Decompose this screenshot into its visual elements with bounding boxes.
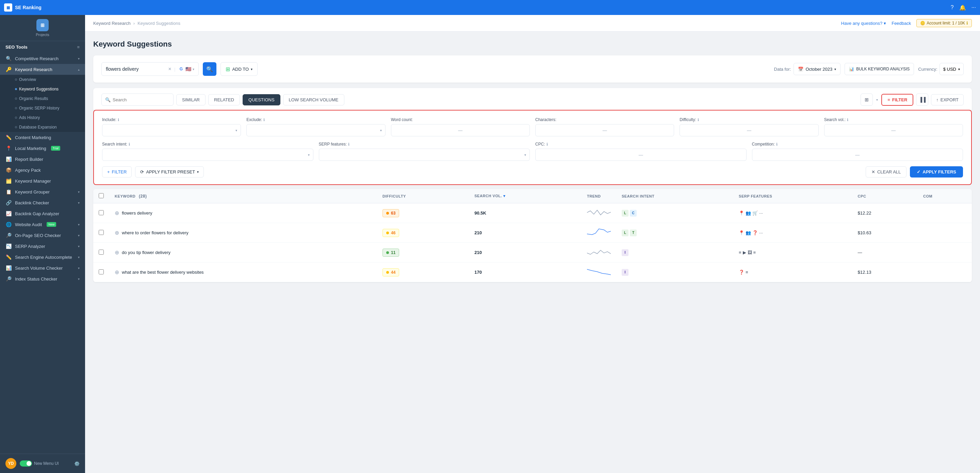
more-icon[interactable]: ··· <box>759 230 763 235</box>
feedback-link[interactable]: Feedback <box>891 21 911 26</box>
diff-min[interactable] <box>683 128 736 133</box>
keyword-cell: ⊕ what are the best flower delivery webs… <box>109 262 377 282</box>
country-flag: 🇺🇸 <box>185 66 191 72</box>
exclude-select[interactable]: ▾ <box>247 124 385 137</box>
tab-related[interactable]: RELATED <box>208 94 240 105</box>
comp-max[interactable] <box>878 152 959 157</box>
row-checkbox[interactable] <box>99 269 104 275</box>
add-filter-button[interactable]: + FILTER <box>102 166 132 178</box>
include-select[interactable]: ▾ <box>102 124 241 137</box>
menu-collapse-icon[interactable]: ≡ <box>77 44 80 50</box>
tab-similar[interactable]: SIMILAR <box>176 94 205 105</box>
breadcrumb-root[interactable]: Keyword Research <box>93 21 130 26</box>
sidebar-item-index[interactable]: 🔎 Index Status Checker ▾ <box>0 273 85 284</box>
cpc-info-icon[interactable]: ℹ <box>546 142 548 146</box>
tab-low-search[interactable]: LOW SEARCH VOLUME <box>283 94 344 105</box>
more-icon[interactable]: ··· <box>759 211 763 216</box>
help-icon[interactable]: ? <box>951 5 954 11</box>
sidebar-item-website-audit[interactable]: 🌐 Website Audit New ▾ <box>0 219 85 230</box>
vol-min[interactable] <box>828 128 881 133</box>
chars-min[interactable] <box>539 128 592 133</box>
clear-icon[interactable]: ✕ <box>168 67 172 71</box>
copy-icon-btn[interactable]: ⊞ <box>861 94 873 106</box>
sidebar-item-agency[interactable]: 📦 Agency Pack <box>0 165 85 175</box>
vol-max[interactable] <box>907 128 959 133</box>
submenu-organic-results[interactable]: Organic Results <box>0 94 85 103</box>
search-input[interactable] <box>106 66 165 72</box>
apply-filters-button[interactable]: ✓ APPLY FILTERS <box>910 166 963 178</box>
row-checkbox[interactable] <box>99 249 104 255</box>
vol-info-icon[interactable]: ℹ <box>847 117 848 122</box>
filter-button[interactable]: ≡ FILTER <box>881 94 913 106</box>
search-button[interactable]: 🔍 <box>203 62 216 76</box>
sidebar-item-local[interactable]: 📍 Local Marketing Trial <box>0 143 85 154</box>
question-icon: ❓ <box>752 230 758 235</box>
word-count-max[interactable] <box>473 128 526 133</box>
submenu-keyword-suggestions[interactable]: Keyword Suggestions <box>0 84 85 94</box>
add-keyword-icon[interactable]: ⊕ <box>115 249 119 256</box>
chars-max[interactable] <box>618 128 671 133</box>
sidebar-item-content[interactable]: ✏️ Content Marketing <box>0 132 85 143</box>
filter-word-count: Word count: — <box>391 117 530 137</box>
add-to-button[interactable]: ⊞ ADD TO ▾ <box>221 62 258 76</box>
currency-button[interactable]: $ USD ▾ <box>940 63 964 75</box>
submenu-database[interactable]: Database Expansion <box>0 122 85 132</box>
sidebar-item-keyword[interactable]: 🔑 Keyword Research ▴ <box>0 64 85 75</box>
help-link[interactable]: Have any questions? ▾ <box>841 21 886 26</box>
select-all-checkbox[interactable] <box>99 193 104 198</box>
submenu-organic-serp[interactable]: Organic SERP History <box>0 103 85 113</box>
preset-button[interactable]: ⟳ APPLY FILTER PRESET ▾ <box>135 166 204 178</box>
user-avatar[interactable]: YD <box>5 458 16 469</box>
tab-questions[interactable]: QUESTIONS <box>243 94 280 105</box>
cpc-min[interactable] <box>539 152 620 157</box>
settings-icon[interactable]: ⚙️ <box>74 461 80 466</box>
submenu-ads-history[interactable]: Ads History <box>0 113 85 122</box>
sidebar-item-autocomplete[interactable]: ✏️ Search Engine Autocomplete ▾ <box>0 252 85 262</box>
add-keyword-icon[interactable]: ⊕ <box>115 230 119 236</box>
intent-info-icon[interactable]: ℹ <box>129 142 130 146</box>
exclude-info-icon[interactable]: ℹ <box>263 117 265 122</box>
sidebar-item-onpage[interactable]: 🔎 On-Page SEO Checker ▾ <box>0 230 85 241</box>
sidebar-item-backlink[interactable]: 🔗 Backlink Checker ▾ <box>0 197 85 208</box>
sidebar-item-competitive[interactable]: 🔍 Competitive Research ▾ <box>0 53 85 64</box>
serp-select[interactable]: ▾ <box>319 149 530 161</box>
serp-info-icon[interactable]: ℹ <box>348 142 350 146</box>
bulk-keyword-button[interactable]: 📊 BULK KEYWORD ANALYSIS <box>845 63 914 75</box>
word-count-min[interactable] <box>395 128 447 133</box>
clear-all-button[interactable]: ✕ CLEAR ALL <box>865 166 907 178</box>
sidebar-item-keyword-grouper[interactable]: 📋 Keyword Grouper ▾ <box>0 186 85 197</box>
cpc-max[interactable] <box>661 152 743 157</box>
sidebar-item-report[interactable]: 📊 Report Builder <box>0 154 85 165</box>
sidebar-item-volume[interactable]: 📊 Search Volume Checker ▾ <box>0 262 85 273</box>
add-keyword-icon[interactable]: ⊕ <box>115 269 119 275</box>
logo-text: ▦ <box>6 5 10 10</box>
info-icon[interactable]: ℹ <box>966 21 968 25</box>
bell-icon[interactable]: 🔔 <box>959 5 966 11</box>
sidebar-projects[interactable]: ⊞ Projects <box>0 15 85 41</box>
more-icon[interactable]: ··· <box>972 5 976 11</box>
sidebar-item-backlink-gap[interactable]: 📈 Backlink Gap Analyzer <box>0 208 85 219</box>
diff-info-icon[interactable]: ℹ <box>698 117 699 122</box>
intent-select[interactable]: ▾ <box>102 149 313 161</box>
comp-min[interactable] <box>756 152 837 157</box>
row-checkbox[interactable] <box>99 230 104 235</box>
date-picker-button[interactable]: 📅 October 2023 ▾ <box>794 63 840 75</box>
comp-info-icon[interactable]: ℹ <box>776 142 778 146</box>
add-keyword-icon[interactable]: ⊕ <box>115 210 119 216</box>
include-info-icon[interactable]: ℹ <box>118 117 119 122</box>
difficulty-col-header[interactable]: DIFFICULTY <box>377 189 469 203</box>
sidebar-item-serp[interactable]: 📉 SERP Analyzer ▾ <box>0 241 85 252</box>
search-vol-col-header[interactable]: SEARCH VOL. ▾ <box>469 189 582 203</box>
columns-icon-btn[interactable]: ▐▐ <box>916 94 928 106</box>
sidebar-item-keyword-manager[interactable]: 🗂️ Keyword Manager <box>0 175 85 186</box>
diff-max[interactable] <box>762 128 815 133</box>
search-engine-selector[interactable]: G 🇺🇸 ▾ <box>178 66 194 72</box>
export-button[interactable]: ↑ EXPORT <box>931 94 964 105</box>
toggle-switch[interactable] <box>20 460 32 467</box>
keyword-search-input[interactable] <box>113 97 170 102</box>
keyword-col-header[interactable]: KEYWORD (28) <box>109 189 377 203</box>
range-sep: — <box>855 152 859 157</box>
submenu-overview[interactable]: Overview <box>0 75 85 84</box>
row-checkbox[interactable] <box>99 210 104 215</box>
add-filter-label: FILTER <box>112 169 127 175</box>
